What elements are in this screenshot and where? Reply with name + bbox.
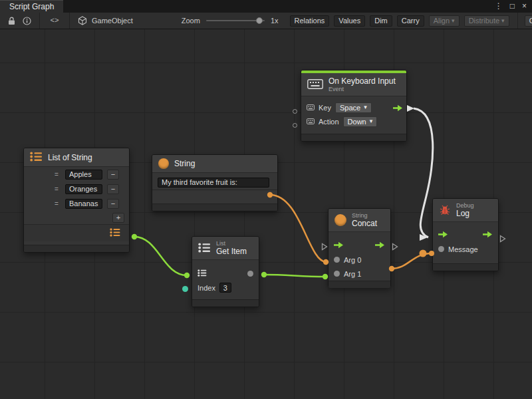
action-type-icon [307, 118, 315, 126]
lock-icon[interactable] [5, 15, 17, 27]
list-item-input[interactable] [65, 184, 102, 194]
chevron-down-icon: ▾ [452, 18, 455, 24]
list-port-icon[interactable] [198, 269, 207, 278]
index-input-port[interactable] [182, 286, 188, 292]
node-title: String [174, 159, 195, 168]
add-item-button[interactable]: + [112, 213, 124, 223]
string-type-icon [158, 158, 169, 169]
list-input-row [192, 267, 259, 281]
drag-handle-icon[interactable]: = [55, 200, 61, 207]
node-on-keyboard-input[interactable]: On Keyboard Input Event Key Space ▾ Acti… [301, 70, 407, 142]
dim-toggle[interactable]: Dim [370, 15, 392, 27]
node-get-item[interactable]: List Get Item Index [192, 236, 259, 307]
arg0-label: Arg 0 [344, 256, 361, 264]
graph-toolbar: <> GameObject Zoom 1x Relations Values D… [0, 13, 532, 29]
node-category: Debug [456, 202, 474, 209]
key-dropdown[interactable]: Space ▾ [335, 102, 372, 113]
trigger-out-port[interactable] [483, 231, 493, 239]
trigger-out-port[interactable] [375, 241, 385, 250]
align-label: Align [434, 17, 450, 25]
index-label: Index [198, 284, 215, 292]
node-header: String [152, 155, 277, 173]
node-title: Concat [352, 219, 377, 228]
info-icon[interactable] [21, 15, 33, 27]
node-subtitle: Event [329, 86, 396, 92]
action-dropdown[interactable]: Down ▾ [343, 116, 378, 127]
remove-item-button[interactable]: − [107, 170, 119, 180]
string-value-input[interactable] [158, 178, 269, 188]
remove-item-button[interactable]: − [107, 184, 119, 194]
arg1-input-port[interactable] [334, 271, 340, 277]
node-header: On Keyboard Input Event [301, 73, 406, 96]
list-item-input[interactable] [65, 170, 102, 180]
node-string-literal[interactable]: String [152, 154, 278, 211]
remove-item-button[interactable]: − [107, 199, 119, 209]
node-list-of-string[interactable]: List of String = − = − = − + [23, 148, 130, 253]
list-icon [30, 152, 43, 163]
carry-toggle[interactable]: Carry [397, 15, 424, 27]
toolbar-separator [517, 13, 518, 29]
values-toggle[interactable]: Values [334, 15, 365, 27]
zoom-label: Zoom [182, 17, 200, 25]
message-input-port[interactable] [438, 246, 444, 252]
key-type-icon [307, 104, 315, 112]
item-out-port[interactable] [247, 271, 253, 277]
list-item-input[interactable] [65, 199, 102, 209]
drag-handle-icon[interactable]: = [55, 171, 61, 178]
list-item-row: = − [24, 182, 129, 196]
window-menu-icon[interactable]: ⋮ [495, 0, 503, 13]
zoom-slider[interactable] [206, 17, 265, 25]
tab-title: Script Graph [9, 2, 54, 11]
string-value-row [152, 175, 277, 190]
zoom-slider-knob[interactable] [256, 17, 263, 24]
trigger-in-port[interactable] [334, 241, 344, 250]
gameobject-reference[interactable]: GameObject [92, 17, 133, 25]
chevron-down-icon: ▾ [501, 18, 505, 24]
output-port-row [24, 224, 129, 241]
list-item-row: = − [24, 167, 129, 182]
message-row: Message [433, 242, 498, 256]
list-out-port[interactable] [110, 228, 120, 238]
output-port-row [152, 190, 277, 203]
align-menu-button[interactable]: Align ▾ [429, 15, 460, 27]
toolbar-separator [39, 13, 40, 29]
node-header: List Get Item [192, 237, 259, 260]
node-footer [192, 299, 259, 307]
code-view-icon[interactable]: <> [47, 15, 63, 27]
action-input-port[interactable] [293, 123, 297, 128]
chevron-down-icon: ▾ [364, 104, 367, 110]
drag-handle-icon[interactable]: = [55, 186, 61, 193]
window-maximize-icon[interactable]: □ [510, 0, 515, 13]
window-titlebar: Script Graph ⋮ □ × [0, 0, 532, 13]
trigger-out-port[interactable] [393, 104, 403, 113]
relations-toggle[interactable]: Relations [290, 15, 330, 27]
node-debug-log[interactable]: Debug Log Message [432, 198, 499, 271]
key-input-port[interactable] [293, 109, 297, 114]
tab-script-graph[interactable]: Script Graph [0, 0, 63, 13]
window-close-icon[interactable]: × [522, 0, 527, 13]
node-concat[interactable]: String Concat Arg 0 Arg 1 [328, 208, 391, 287]
node-title: Log [456, 209, 474, 218]
node-title: List of String [48, 153, 92, 162]
trigger-in-port[interactable] [438, 231, 448, 239]
node-category: String [352, 212, 377, 219]
unity-cube-icon [76, 15, 88, 27]
zoom-value: 1x [271, 17, 279, 25]
node-header: String Concat [329, 209, 390, 232]
node-footer [433, 263, 498, 271]
distribute-menu-button[interactable]: Distribute ▾ [464, 15, 509, 27]
message-label: Message [448, 245, 478, 253]
node-footer [152, 203, 277, 211]
node-header: List of String [24, 148, 129, 167]
flow-row [433, 228, 498, 242]
keyboard-icon [307, 79, 323, 90]
window-controls: ⋮ □ × [495, 0, 532, 13]
arg0-input-port[interactable] [334, 257, 340, 263]
node-header: Debug Log [433, 199, 498, 222]
index-input[interactable] [219, 283, 231, 293]
overview-button[interactable]: Overview [525, 15, 532, 27]
arg1-label: Arg 1 [344, 270, 361, 278]
node-footer [24, 245, 129, 252]
distribute-label: Distribute [469, 17, 499, 25]
key-value: Space [340, 104, 360, 112]
